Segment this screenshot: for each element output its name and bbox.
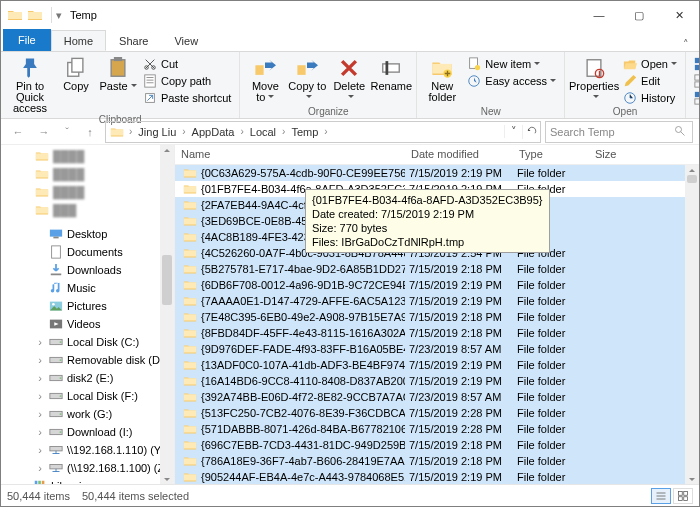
list-scrollbar[interactable] (685, 165, 699, 485)
invert-selection-button[interactable]: Invert selection (692, 90, 700, 106)
tree-item[interactable]: Desktop (5, 225, 174, 243)
edit-button[interactable]: Edit (621, 73, 679, 89)
view-thumbnails-button[interactable] (673, 488, 693, 504)
view-details-button[interactable] (651, 488, 671, 504)
table-row[interactable]: {7E48C395-6EB0-49e2-A908-97B15E7A94...7/… (175, 309, 685, 325)
properties-button[interactable]: Properties (571, 54, 617, 103)
table-row[interactable]: {513FC250-7CB2-4076-8E39-F36CDBCA9...7/1… (175, 405, 685, 421)
video-icon (49, 317, 63, 331)
history-button[interactable]: History (621, 90, 679, 106)
col-name[interactable]: Name (175, 145, 405, 164)
history-icon (623, 91, 637, 105)
tree-item[interactable]: Videos (5, 315, 174, 333)
paste-shortcut-button[interactable]: Paste shortcut (141, 90, 233, 106)
maximize-button[interactable]: ▢ (619, 1, 659, 29)
folder-icon (183, 278, 197, 292)
tree-item[interactable]: ████ (5, 183, 174, 201)
tree-item[interactable]: ›work (G:) (5, 405, 174, 423)
address-bar[interactable]: › Jing Liu › AppData › Local › Temp › ˅ (105, 121, 541, 143)
table-row[interactable]: {0C63A629-575A-4cdb-90F0-CE99EE7562...7/… (175, 165, 685, 181)
minimize-button[interactable]: — (579, 1, 619, 29)
table-row[interactable]: {8FBD84DF-45FF-4e43-8115-1616A302A56...7… (175, 325, 685, 341)
col-date[interactable]: Date modified (405, 145, 513, 164)
address-history[interactable]: ˅ (504, 125, 522, 138)
col-size[interactable]: Size (589, 145, 639, 164)
rename-icon (380, 57, 402, 79)
qat-expand[interactable]: ▾ (56, 9, 62, 22)
tree-item[interactable]: ›Local Disk (C:) (5, 333, 174, 351)
nav-recent[interactable]: ˇ (59, 121, 75, 143)
tree-item[interactable]: ›Local Disk (F:) (5, 387, 174, 405)
tree-item[interactable]: ›\\192.168.1.110) (Y:) (5, 441, 174, 459)
crumb[interactable]: AppData (187, 126, 240, 138)
table-row[interactable]: {571DABBB-8071-426d-84BA-B67782106...7/1… (175, 421, 685, 437)
navpane-scrollbar[interactable] (160, 145, 174, 485)
table-row[interactable]: {5B275781-E717-4bae-9D2-6A85B1DD27...7/1… (175, 261, 685, 277)
shortcut-icon (143, 91, 157, 105)
copy-button[interactable]: Copy (57, 54, 95, 92)
address-refresh[interactable] (522, 125, 540, 139)
tab-file[interactable]: File (3, 29, 51, 51)
folder-icon (183, 214, 197, 228)
tree-item[interactable]: ████ (5, 147, 174, 165)
status-bar: 50,444 items 50,444 items selected (1, 484, 699, 506)
move-to-button[interactable]: Move to (246, 54, 284, 103)
tree-item[interactable]: ›Removable disk (D:) (5, 351, 174, 369)
ribbon-collapse[interactable]: ˄ (673, 38, 699, 51)
tree-item[interactable]: Downloads (5, 261, 174, 279)
crumb[interactable]: Jing Liu (133, 126, 181, 138)
tree-item[interactable]: Music (5, 279, 174, 297)
cut-button[interactable]: Cut (141, 56, 233, 72)
easy-access-button[interactable]: Easy access (465, 73, 558, 89)
tree-item[interactable]: ›(\\192.168.1.100) (Z:) (5, 459, 174, 477)
qat-item-icon[interactable] (27, 7, 43, 23)
tree-item[interactable]: Pictures (5, 297, 174, 315)
drive-icon (49, 335, 63, 349)
table-row[interactable]: {13ADF0C0-107A-41db-ADF3-BE4BF9749...7/1… (175, 357, 685, 373)
tab-share[interactable]: Share (106, 30, 161, 51)
rename-button[interactable]: Rename (372, 54, 410, 92)
folder-icon (110, 125, 124, 139)
nav-back[interactable]: ← (7, 121, 29, 143)
tree-item[interactable]: ›Download (I:) (5, 423, 174, 441)
nav-up[interactable]: ↑ (79, 121, 101, 143)
column-headers[interactable]: Name Date modified Type Size (175, 145, 699, 165)
open-button[interactable]: Open (621, 56, 679, 72)
table-row[interactable]: {9D976DEF-FADE-4f93-83FF-B16A05BE48...7/… (175, 341, 685, 357)
delete-button[interactable]: Delete (330, 54, 368, 103)
status-selected: 50,444 items selected (82, 490, 189, 502)
table-row[interactable]: {7AAAA0E1-D147-4729-AFFE-6AC5A12333...7/… (175, 293, 685, 309)
new-folder-button[interactable]: New folder (423, 54, 461, 103)
table-row[interactable]: {905244AF-EB4A-4e7c-A443-9784068E51...7/… (175, 469, 685, 485)
table-row[interactable]: {392A74BB-E06D-4f72-8E82-9CCB7A7AC...7/2… (175, 389, 685, 405)
status-items: 50,444 items (7, 490, 70, 502)
nav-forward[interactable]: → (33, 121, 55, 143)
tree-item[interactable]: ████ (5, 165, 174, 183)
select-none-button[interactable]: Select none (692, 73, 700, 89)
cut-icon (143, 57, 157, 71)
table-row[interactable]: {16A14BD6-9CC8-4110-8408-D837AB200...7/1… (175, 373, 685, 389)
tab-view[interactable]: View (161, 30, 211, 51)
group-label-new: New (423, 106, 558, 117)
table-row[interactable]: {6DB6F708-0012-4a96-9D1B-9C72CE94EB...7/… (175, 277, 685, 293)
copy-path-button[interactable]: Copy path (141, 73, 233, 89)
table-row[interactable]: {786A18E9-36F7-4ab7-B606-28419E7AAE...7/… (175, 453, 685, 469)
tree-item[interactable]: ███ (5, 201, 174, 219)
search-input[interactable]: Search Temp (545, 121, 693, 143)
tree-item[interactable]: Documents (5, 243, 174, 261)
copy-to-button[interactable]: Copy to (288, 54, 326, 103)
pin-quick-access-button[interactable]: Pin to Quick access (7, 54, 53, 114)
tab-home[interactable]: Home (51, 30, 106, 51)
drive-icon (49, 407, 63, 421)
paste-button[interactable]: Paste (99, 54, 137, 92)
copyto-icon (296, 57, 318, 79)
crumb[interactable]: Local (245, 126, 281, 138)
group-new: New folder New item Easy access New (417, 52, 565, 118)
select-all-button[interactable]: Select all (692, 56, 700, 72)
crumb[interactable]: Temp (286, 126, 323, 138)
table-row[interactable]: {696C7EBB-7CD3-4431-81DC-949D259B4...7/1… (175, 437, 685, 453)
col-type[interactable]: Type (513, 145, 589, 164)
close-button[interactable]: ✕ (659, 1, 699, 29)
new-item-button[interactable]: New item (465, 56, 558, 72)
tree-item[interactable]: ›disk2 (E:) (5, 369, 174, 387)
